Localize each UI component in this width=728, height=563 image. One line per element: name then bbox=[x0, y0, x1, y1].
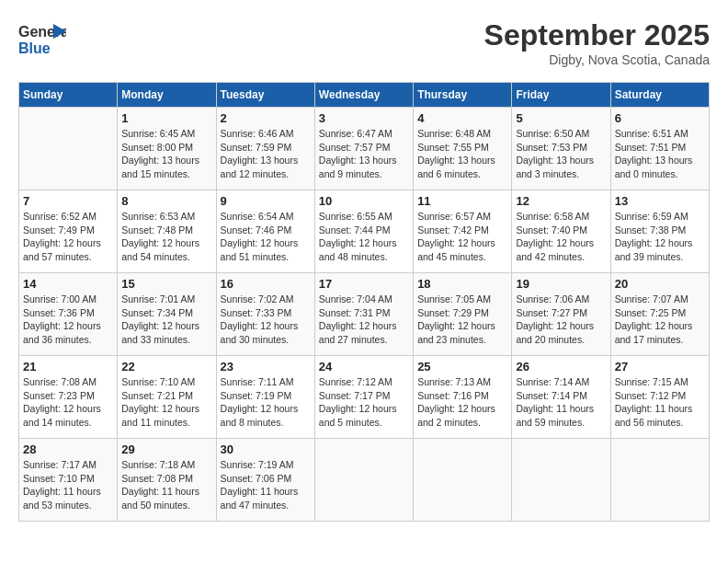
calendar-day-cell: 27Sunrise: 7:15 AM Sunset: 7:12 PM Dayli… bbox=[610, 356, 709, 439]
calendar-day-cell: 25Sunrise: 7:13 AM Sunset: 7:16 PM Dayli… bbox=[414, 356, 512, 439]
day-info: Sunrise: 7:18 AM Sunset: 7:08 PM Dayligh… bbox=[121, 458, 211, 512]
day-number: 1 bbox=[121, 111, 211, 125]
day-number: 28 bbox=[23, 442, 113, 456]
calendar-day-cell: 8Sunrise: 6:53 AM Sunset: 7:48 PM Daylig… bbox=[118, 190, 216, 273]
calendar-week-row: 28Sunrise: 7:17 AM Sunset: 7:10 PM Dayli… bbox=[19, 439, 710, 522]
calendar-day-cell: 7Sunrise: 6:52 AM Sunset: 7:49 PM Daylig… bbox=[19, 190, 118, 273]
day-info: Sunrise: 7:00 AM Sunset: 7:36 PM Dayligh… bbox=[23, 293, 113, 347]
calendar-week-row: 7Sunrise: 6:52 AM Sunset: 7:49 PM Daylig… bbox=[19, 190, 710, 273]
day-of-week-header: Tuesday bbox=[216, 83, 314, 108]
calendar-day-cell bbox=[512, 439, 610, 522]
day-info: Sunrise: 6:55 AM Sunset: 7:44 PM Dayligh… bbox=[319, 210, 409, 264]
day-number: 17 bbox=[319, 277, 409, 291]
calendar-week-row: 1Sunrise: 6:45 AM Sunset: 8:00 PM Daylig… bbox=[19, 108, 710, 190]
calendar-day-cell: 24Sunrise: 7:12 AM Sunset: 7:17 PM Dayli… bbox=[314, 356, 413, 439]
day-info: Sunrise: 7:15 AM Sunset: 7:12 PM Dayligh… bbox=[615, 375, 705, 430]
day-of-week-header: Saturday bbox=[610, 83, 709, 108]
location: Digby, Nova Scotia, Canada bbox=[484, 52, 710, 67]
day-info: Sunrise: 6:47 AM Sunset: 7:57 PM Dayligh… bbox=[319, 127, 409, 181]
day-number: 5 bbox=[516, 111, 606, 125]
day-of-week-header: Friday bbox=[512, 83, 610, 108]
day-info: Sunrise: 6:54 AM Sunset: 7:46 PM Dayligh… bbox=[221, 210, 311, 264]
day-of-week-header: Monday bbox=[118, 83, 216, 108]
day-info: Sunrise: 7:06 AM Sunset: 7:27 PM Dayligh… bbox=[516, 293, 606, 347]
calendar-day-cell: 12Sunrise: 6:58 AM Sunset: 7:40 PM Dayli… bbox=[512, 190, 610, 273]
day-number: 15 bbox=[121, 277, 211, 291]
calendar-day-cell: 9Sunrise: 6:54 AM Sunset: 7:46 PM Daylig… bbox=[216, 190, 314, 273]
calendar-day-cell: 21Sunrise: 7:08 AM Sunset: 7:23 PM Dayli… bbox=[19, 356, 118, 439]
title-block: September 2025 Digby, Nova Scotia, Canad… bbox=[484, 18, 710, 67]
day-info: Sunrise: 7:13 AM Sunset: 7:16 PM Dayligh… bbox=[417, 375, 507, 430]
day-number: 11 bbox=[417, 194, 507, 208]
calendar-day-cell: 14Sunrise: 7:00 AM Sunset: 7:36 PM Dayli… bbox=[19, 273, 118, 356]
page-header: General Blue September 2025 Digby, Nova … bbox=[18, 18, 710, 67]
calendar-day-cell: 11Sunrise: 6:57 AM Sunset: 7:42 PM Dayli… bbox=[414, 190, 512, 273]
logo: General Blue bbox=[18, 18, 66, 59]
calendar-day-cell: 23Sunrise: 7:11 AM Sunset: 7:19 PM Dayli… bbox=[216, 356, 314, 439]
day-info: Sunrise: 7:08 AM Sunset: 7:23 PM Dayligh… bbox=[23, 375, 113, 430]
day-number: 3 bbox=[319, 111, 409, 125]
day-info: Sunrise: 7:04 AM Sunset: 7:31 PM Dayligh… bbox=[319, 293, 409, 347]
day-number: 21 bbox=[23, 360, 113, 373]
day-number: 4 bbox=[417, 111, 507, 125]
day-info: Sunrise: 6:51 AM Sunset: 7:51 PM Dayligh… bbox=[615, 127, 705, 181]
day-info: Sunrise: 7:02 AM Sunset: 7:33 PM Dayligh… bbox=[221, 293, 311, 347]
day-info: Sunrise: 7:19 AM Sunset: 7:06 PM Dayligh… bbox=[221, 458, 311, 512]
day-number: 8 bbox=[121, 194, 211, 208]
calendar-day-cell: 26Sunrise: 7:14 AM Sunset: 7:14 PM Dayli… bbox=[512, 356, 610, 439]
calendar-header-row: SundayMondayTuesdayWednesdayThursdayFrid… bbox=[19, 83, 710, 108]
day-info: Sunrise: 7:10 AM Sunset: 7:21 PM Dayligh… bbox=[121, 375, 211, 430]
calendar-table: SundayMondayTuesdayWednesdayThursdayFrid… bbox=[18, 82, 710, 522]
day-number: 23 bbox=[221, 360, 311, 373]
day-number: 9 bbox=[221, 194, 311, 208]
calendar-body: 1Sunrise: 6:45 AM Sunset: 8:00 PM Daylig… bbox=[19, 108, 710, 522]
day-number: 19 bbox=[516, 277, 606, 291]
day-info: Sunrise: 6:45 AM Sunset: 8:00 PM Dayligh… bbox=[121, 127, 211, 181]
day-info: Sunrise: 6:52 AM Sunset: 7:49 PM Dayligh… bbox=[23, 210, 113, 264]
day-number: 30 bbox=[221, 442, 311, 456]
calendar-day-cell: 22Sunrise: 7:10 AM Sunset: 7:21 PM Dayli… bbox=[118, 356, 216, 439]
calendar-day-cell: 28Sunrise: 7:17 AM Sunset: 7:10 PM Dayli… bbox=[19, 439, 118, 522]
day-info: Sunrise: 7:12 AM Sunset: 7:17 PM Dayligh… bbox=[319, 375, 409, 430]
calendar-day-cell: 3Sunrise: 6:47 AM Sunset: 7:57 PM Daylig… bbox=[314, 108, 413, 190]
calendar-day-cell: 18Sunrise: 7:05 AM Sunset: 7:29 PM Dayli… bbox=[414, 273, 512, 356]
day-info: Sunrise: 6:57 AM Sunset: 7:42 PM Dayligh… bbox=[417, 210, 507, 264]
day-of-week-header: Thursday bbox=[414, 83, 512, 108]
day-info: Sunrise: 6:50 AM Sunset: 7:53 PM Dayligh… bbox=[516, 127, 606, 181]
calendar-day-cell: 5Sunrise: 6:50 AM Sunset: 7:53 PM Daylig… bbox=[512, 108, 610, 190]
calendar-day-cell: 30Sunrise: 7:19 AM Sunset: 7:06 PM Dayli… bbox=[216, 439, 314, 522]
month-title: September 2025 bbox=[484, 18, 710, 52]
day-number: 27 bbox=[615, 360, 705, 373]
calendar-day-cell bbox=[314, 439, 413, 522]
calendar-day-cell: 6Sunrise: 6:51 AM Sunset: 7:51 PM Daylig… bbox=[610, 108, 709, 190]
calendar-day-cell: 17Sunrise: 7:04 AM Sunset: 7:31 PM Dayli… bbox=[314, 273, 413, 356]
calendar-day-cell bbox=[19, 108, 118, 190]
calendar-day-cell: 4Sunrise: 6:48 AM Sunset: 7:55 PM Daylig… bbox=[414, 108, 512, 190]
calendar-day-cell: 19Sunrise: 7:06 AM Sunset: 7:27 PM Dayli… bbox=[512, 273, 610, 356]
calendar-day-cell: 15Sunrise: 7:01 AM Sunset: 7:34 PM Dayli… bbox=[118, 273, 216, 356]
svg-text:Blue: Blue bbox=[18, 40, 51, 56]
day-info: Sunrise: 6:48 AM Sunset: 7:55 PM Dayligh… bbox=[417, 127, 507, 181]
day-number: 10 bbox=[319, 194, 409, 208]
day-info: Sunrise: 6:58 AM Sunset: 7:40 PM Dayligh… bbox=[516, 210, 606, 264]
day-number: 16 bbox=[221, 277, 311, 291]
calendar-day-cell: 13Sunrise: 6:59 AM Sunset: 7:38 PM Dayli… bbox=[610, 190, 709, 273]
day-number: 22 bbox=[121, 360, 211, 373]
day-of-week-header: Wednesday bbox=[314, 83, 413, 108]
calendar-week-row: 21Sunrise: 7:08 AM Sunset: 7:23 PM Dayli… bbox=[19, 356, 710, 439]
day-info: Sunrise: 7:01 AM Sunset: 7:34 PM Dayligh… bbox=[121, 293, 211, 347]
day-info: Sunrise: 6:53 AM Sunset: 7:48 PM Dayligh… bbox=[121, 210, 211, 264]
calendar-week-row: 14Sunrise: 7:00 AM Sunset: 7:36 PM Dayli… bbox=[19, 273, 710, 356]
day-number: 26 bbox=[516, 360, 606, 373]
day-info: Sunrise: 7:14 AM Sunset: 7:14 PM Dayligh… bbox=[516, 375, 606, 430]
calendar-day-cell bbox=[610, 439, 709, 522]
day-number: 7 bbox=[23, 194, 113, 208]
calendar-day-cell: 29Sunrise: 7:18 AM Sunset: 7:08 PM Dayli… bbox=[118, 439, 216, 522]
calendar-day-cell: 16Sunrise: 7:02 AM Sunset: 7:33 PM Dayli… bbox=[216, 273, 314, 356]
calendar-day-cell: 20Sunrise: 7:07 AM Sunset: 7:25 PM Dayli… bbox=[610, 273, 709, 356]
calendar-day-cell: 1Sunrise: 6:45 AM Sunset: 8:00 PM Daylig… bbox=[118, 108, 216, 190]
calendar-day-cell bbox=[414, 439, 512, 522]
calendar-day-cell: 10Sunrise: 6:55 AM Sunset: 7:44 PM Dayli… bbox=[314, 190, 413, 273]
day-number: 29 bbox=[121, 442, 211, 456]
day-number: 2 bbox=[221, 111, 311, 125]
